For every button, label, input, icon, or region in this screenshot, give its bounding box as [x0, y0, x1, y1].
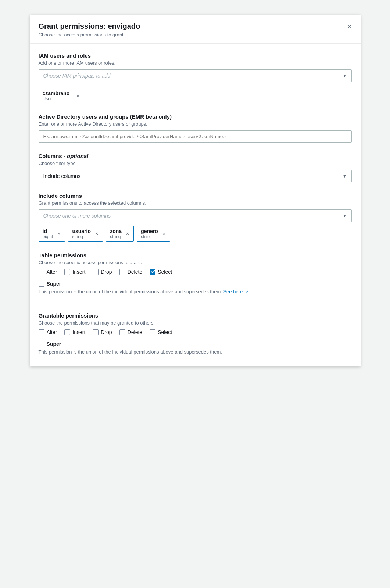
- iam-user-tag-name: czambrano: [43, 90, 70, 96]
- col-tag-id-type: bigint: [43, 234, 53, 239]
- include-columns-title: Include columns: [39, 193, 352, 199]
- grantable-insert-label: Insert: [72, 329, 85, 335]
- table-permissions-section: Table permissions Choose the specific ac…: [39, 252, 352, 294]
- iam-principal-dropdown[interactable]: Choose IAM principals to add ▼: [39, 69, 352, 82]
- grantable-perm-item-insert: Insert: [64, 329, 85, 335]
- grantable-delete-label: Delete: [128, 329, 142, 335]
- iam-dropdown-chevron-icon: ▼: [343, 73, 347, 78]
- perm-item-delete: Delete: [119, 269, 142, 275]
- active-directory-section: Active Directory users and groups (EMR b…: [39, 114, 352, 143]
- active-directory-title: Active Directory users and groups (EMR b…: [39, 114, 352, 120]
- grantable-permissions-row: Alter Insert Drop Delete Select: [39, 329, 352, 335]
- perm-item-alter: Alter: [39, 269, 57, 275]
- columns-filter-dropdown[interactable]: Include columns ▼: [39, 170, 352, 182]
- col-tag-usuario-type: string: [72, 234, 91, 239]
- grantable-perm-item-alter: Alter: [39, 329, 57, 335]
- iam-user-tag-remove-button[interactable]: ×: [75, 93, 80, 98]
- table-permissions-title: Table permissions: [39, 252, 352, 258]
- grantable-super-desc: This permission is the union of the indi…: [39, 349, 352, 355]
- grantable-perm-item-select: Select: [150, 329, 172, 335]
- table-super-section: Super This permission is the union of th…: [39, 281, 352, 294]
- grantable-alter-label: Alter: [47, 329, 57, 335]
- alter-checkbox[interactable]: [39, 269, 44, 275]
- drop-checkbox[interactable]: [93, 269, 99, 275]
- iam-section: IAM users and roles Add one or more IAM …: [39, 53, 352, 103]
- grantable-alter-checkbox[interactable]: [39, 329, 44, 335]
- include-columns-desc: Grant permissions to access the selected…: [39, 200, 352, 206]
- grant-permissions-modal: Grant permissions: envigado Choose the a…: [30, 15, 361, 366]
- grantable-delete-checkbox[interactable]: [119, 329, 125, 335]
- grantable-permissions-title: Grantable permissions: [39, 312, 352, 319]
- delete-checkbox[interactable]: [119, 269, 125, 275]
- active-directory-desc: Enter one or more Active Directory users…: [39, 121, 352, 127]
- column-tag-genero: genero string ×: [137, 226, 170, 242]
- col-tag-usuario-name: usuario: [72, 228, 91, 234]
- grantable-super-desc-text: This permission is the union of the indi…: [39, 349, 222, 355]
- col-tag-zona-name: zona: [110, 228, 122, 234]
- col-tag-genero-remove-button[interactable]: ×: [162, 231, 166, 237]
- drop-label: Drop: [101, 269, 112, 275]
- include-columns-placeholder: Choose one or more columns: [43, 213, 111, 219]
- grantable-permissions-section: Grantable permissions Choose the permiss…: [39, 312, 352, 355]
- table-super-desc: This permission is the union of the indi…: [39, 289, 352, 294]
- modal-title: Grant permissions: envigado: [39, 22, 352, 31]
- section-divider: [39, 305, 352, 305]
- table-super-label: Super: [47, 281, 61, 287]
- col-tag-id-remove-button[interactable]: ×: [57, 231, 61, 237]
- include-columns-section: Include columns Grant permissions to acc…: [39, 193, 352, 242]
- columns-filter-chevron-icon: ▼: [343, 173, 347, 179]
- active-directory-input[interactable]: [39, 130, 352, 143]
- col-tag-zona-remove-button[interactable]: ×: [125, 231, 130, 237]
- grantable-super-section: Super This permission is the union of th…: [39, 341, 352, 355]
- grantable-drop-checkbox[interactable]: [93, 329, 99, 335]
- select-label: Select: [158, 269, 172, 275]
- select-checkbox[interactable]: [150, 269, 155, 275]
- table-super-desc-text: This permission is the union of the indi…: [39, 289, 222, 294]
- grantable-super-label: Super: [47, 341, 61, 347]
- modal-body: IAM users and roles Add one or more IAM …: [30, 44, 361, 366]
- grantable-select-label: Select: [158, 329, 172, 335]
- columns-section: Columns - optional Choose filter type In…: [39, 153, 352, 182]
- col-tag-genero-name: genero: [141, 228, 158, 234]
- iam-section-desc: Add one or more IAM users or roles.: [39, 60, 352, 66]
- close-button[interactable]: ×: [346, 21, 353, 32]
- grantable-super-checkbox[interactable]: [39, 341, 44, 347]
- iam-user-tag: czambrano User ×: [39, 89, 84, 103]
- col-tag-genero-type: string: [141, 234, 158, 239]
- grantable-drop-label: Drop: [101, 329, 112, 335]
- perm-item-select: Select: [150, 269, 172, 275]
- col-tag-zona-type: string: [110, 234, 122, 239]
- columns-tags-container: id bigint × usuario string × zona string: [39, 226, 352, 242]
- grantable-insert-checkbox[interactable]: [64, 329, 70, 335]
- column-tag-id: id bigint ×: [39, 226, 65, 242]
- perm-item-drop: Drop: [93, 269, 112, 275]
- grantable-super-row: Super: [39, 341, 352, 347]
- grantable-perm-item-drop: Drop: [93, 329, 112, 335]
- modal-header: Grant permissions: envigado Choose the a…: [30, 15, 361, 44]
- grantable-select-checkbox[interactable]: [150, 329, 155, 335]
- iam-section-title: IAM users and roles: [39, 53, 352, 59]
- table-permissions-desc: Choose the specific access permissions t…: [39, 260, 352, 265]
- include-columns-chevron-icon: ▼: [343, 213, 347, 218]
- grantable-perm-item-delete: Delete: [119, 329, 142, 335]
- alter-label: Alter: [47, 269, 57, 275]
- grantable-permissions-desc: Choose the permissions that may be grant…: [39, 320, 352, 326]
- iam-dropdown-placeholder: Choose IAM principals to add: [43, 73, 111, 79]
- external-link-icon: ↗: [245, 290, 248, 294]
- perm-item-insert: Insert: [64, 269, 85, 275]
- column-tag-usuario: usuario string ×: [68, 226, 103, 242]
- columns-filter-label: Choose filter type: [39, 161, 352, 166]
- table-super-checkbox[interactable]: [39, 281, 44, 287]
- table-permissions-row: Alter Insert Drop Delete Select: [39, 269, 352, 275]
- delete-label: Delete: [128, 269, 142, 275]
- table-super-row: Super: [39, 281, 352, 287]
- col-tag-usuario-remove-button[interactable]: ×: [94, 231, 99, 237]
- include-columns-dropdown[interactable]: Choose one or more columns ▼: [39, 209, 352, 222]
- col-tag-id-name: id: [43, 228, 53, 234]
- modal-subtitle: Choose the access permissions to grant.: [39, 32, 352, 37]
- table-super-see-here-link[interactable]: See here ↗: [223, 289, 248, 294]
- columns-filter-value: Include columns: [43, 173, 80, 179]
- column-tag-zona: zona string ×: [106, 226, 134, 242]
- insert-label: Insert: [72, 269, 85, 275]
- insert-checkbox[interactable]: [64, 269, 70, 275]
